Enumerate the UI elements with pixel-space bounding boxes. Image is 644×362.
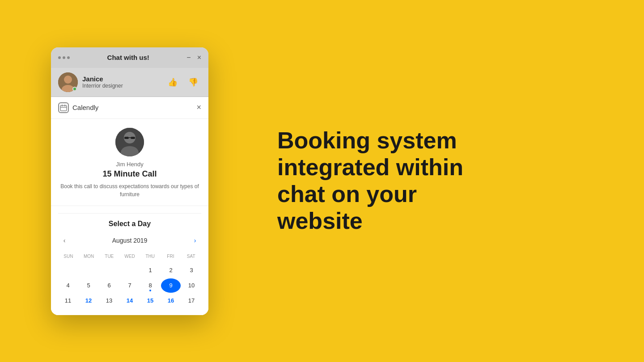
profile-photo bbox=[115, 128, 144, 156]
day-sun: SUN bbox=[58, 252, 79, 261]
close-button[interactable]: × bbox=[197, 54, 201, 62]
agent-info: Janice Interrior designer bbox=[58, 72, 123, 92]
headline-line1: Booking system bbox=[277, 127, 457, 153]
calendar-date[interactable]: 4 bbox=[58, 278, 78, 293]
day-fri: FRI bbox=[161, 252, 181, 261]
calendar-date[interactable]: 5 bbox=[79, 278, 98, 293]
day-wed: WED bbox=[119, 252, 140, 261]
calendar-date[interactable]: 3 bbox=[182, 263, 201, 278]
calendar-grid: SUN MON TUE WED THU FRI SAT 123456789101… bbox=[58, 252, 201, 308]
agent-actions: 👍 👎 bbox=[165, 74, 201, 90]
chat-controls: − × bbox=[186, 54, 201, 62]
calendar-date[interactable]: 8 bbox=[140, 278, 160, 293]
prev-month-button[interactable]: ‹ bbox=[58, 234, 71, 247]
day-tue: TUE bbox=[99, 252, 119, 261]
calendly-logo: Calendly bbox=[58, 102, 98, 113]
dot-2 bbox=[63, 56, 65, 59]
calendly-section: Calendly × Jim Hendy bbox=[51, 97, 208, 315]
headline-line4: website bbox=[277, 208, 363, 234]
profile-call-title: 15 Minute Call bbox=[102, 169, 157, 179]
day-sat: SAT bbox=[181, 252, 201, 261]
chat-header: Chat with us! − × bbox=[51, 47, 208, 68]
dot-1 bbox=[58, 56, 61, 59]
calendar-date[interactable]: 10 bbox=[182, 278, 201, 293]
calendar-nav: ‹ August 2019 › bbox=[58, 234, 201, 247]
calendar-days-header: SUN MON TUE WED THU FRI SAT bbox=[58, 252, 201, 261]
chat-title: Chat with us! bbox=[107, 54, 149, 61]
day-mon: MON bbox=[79, 252, 99, 261]
calendar-date[interactable]: 13 bbox=[99, 294, 119, 308]
agent-avatar-wrap bbox=[58, 72, 78, 92]
headline-line2: integrated within bbox=[277, 154, 463, 180]
agent-name: Janice bbox=[82, 75, 123, 83]
calendar-date[interactable]: 14 bbox=[120, 294, 140, 308]
thumbs-up-button[interactable]: 👍 bbox=[165, 74, 181, 90]
thumbs-down-button[interactable]: 👎 bbox=[185, 74, 201, 90]
right-panel: Booking system integrated within chat on… bbox=[259, 101, 644, 261]
profile-description: Book this call to discuss expectations t… bbox=[58, 182, 201, 198]
calendly-brand-name: Calendly bbox=[72, 104, 98, 111]
calendar-date[interactable]: 12 bbox=[79, 294, 98, 308]
agent-text: Janice Interrior designer bbox=[82, 75, 123, 89]
calendar-date[interactable]: 17 bbox=[182, 294, 201, 308]
calendar-date[interactable]: 1 bbox=[140, 263, 160, 278]
calendar-date[interactable]: 11 bbox=[58, 294, 78, 308]
calendar-date[interactable]: 15 bbox=[140, 294, 160, 308]
calendar-date bbox=[79, 263, 98, 278]
headline-line3: chat on your bbox=[277, 181, 417, 207]
agent-role: Interrior designer bbox=[82, 83, 123, 89]
calendar-date bbox=[120, 263, 140, 278]
calendly-icon bbox=[58, 102, 69, 113]
svg-rect-10 bbox=[124, 137, 129, 139]
calendar-date bbox=[99, 263, 119, 278]
calendar-dates-grid: 1234567891011121314151617 bbox=[58, 263, 201, 308]
agent-bar: Janice Interrior designer 👍 👎 bbox=[51, 68, 208, 97]
calendar-date[interactable]: 7 bbox=[120, 278, 140, 293]
svg-rect-3 bbox=[60, 105, 67, 111]
calendly-close-button[interactable]: × bbox=[196, 103, 201, 112]
chat-window: Chat with us! − × bbox=[51, 47, 208, 315]
calendar-divider bbox=[58, 213, 201, 214]
online-indicator bbox=[72, 87, 77, 91]
svg-point-1 bbox=[64, 76, 72, 84]
calendar-date bbox=[58, 263, 78, 278]
profile-section: Jim Hendy 15 Minute Call Book this call … bbox=[51, 119, 208, 206]
calendar-date[interactable]: 6 bbox=[99, 278, 119, 293]
window-dots bbox=[58, 56, 70, 59]
calendar-date[interactable]: 9 bbox=[161, 278, 181, 293]
dot-3 bbox=[67, 56, 70, 59]
calendar-date[interactable]: 2 bbox=[161, 263, 181, 278]
calendar-section-title: Select a Day bbox=[58, 220, 201, 228]
headline: Booking system integrated within chat on… bbox=[277, 127, 463, 234]
profile-person-name: Jim Hendy bbox=[116, 161, 143, 168]
next-month-button[interactable]: › bbox=[189, 234, 201, 247]
calendar-month-label: August 2019 bbox=[112, 237, 148, 244]
calendar-date[interactable]: 16 bbox=[161, 294, 181, 308]
calendly-header: Calendly × bbox=[51, 97, 208, 119]
day-thu: THU bbox=[140, 252, 161, 261]
calendar-section: Select a Day ‹ August 2019 › SUN MON TUE… bbox=[51, 206, 208, 315]
minimize-button[interactable]: − bbox=[186, 54, 191, 62]
left-panel: Chat with us! − × bbox=[0, 0, 259, 362]
svg-rect-11 bbox=[131, 137, 135, 139]
